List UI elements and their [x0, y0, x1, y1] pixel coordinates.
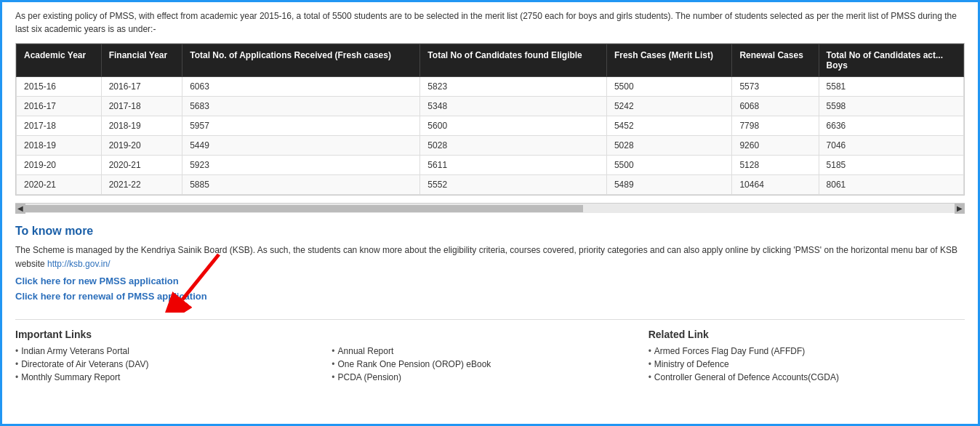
related-links-column: Related Link Armed Forces Flag Day Fund … [648, 329, 965, 385]
table-cell: 7046 [819, 136, 963, 156]
table-cell: 10464 [732, 175, 819, 195]
table-cell: 5923 [182, 156, 420, 175]
table-cell: 5242 [606, 97, 732, 116]
to-know-more-heading: To know more [15, 225, 965, 238]
ksb-website-link[interactable]: http://ksb.gov.in/ [47, 259, 111, 269]
table-cell: 5957 [182, 116, 420, 136]
renewal-pmss-application-link[interactable]: Click here for renewal of PMSS applicati… [15, 291, 207, 302]
table-cell: 5611 [420, 156, 607, 175]
table-cell: 5573 [732, 77, 819, 97]
important-links-heading: Important Links [15, 329, 332, 340]
list-item[interactable]: One Rank One Pension (OROP) eBook [332, 359, 648, 369]
table-cell: 2017-18 [101, 97, 182, 116]
table-cell: 9260 [732, 136, 819, 156]
table-cell: 5598 [819, 97, 963, 116]
new-pmss-application-link[interactable]: Click here for new PMSS application [15, 276, 965, 286]
table-cell: 5489 [606, 175, 732, 195]
list-item[interactable]: Annual Report [332, 346, 648, 356]
important-links-list: Indian Army Veterans PortalDirectorate o… [15, 346, 332, 382]
table-cell: 5348 [420, 97, 607, 116]
col-fresh-cases: Fresh Cases (Merit List) [606, 44, 732, 77]
table-row: 2020-212021-22588555525489104648061 [17, 175, 964, 195]
col-renewal-cases: Renewal Cases [732, 44, 819, 77]
col-applications-received: Total No. of Applications Received (Fres… [182, 44, 420, 77]
col-financial-year: Financial Year [101, 44, 182, 77]
important-links-column: Important Links Indian Army Veterans Por… [15, 329, 332, 385]
related-links-heading: Related Link [648, 329, 965, 340]
scroll-right-button[interactable]: ▶ [955, 204, 965, 214]
more-links-column: Annual ReportOne Rank One Pension (OROP)… [332, 329, 648, 385]
table-cell: 5449 [182, 136, 420, 156]
table-row: 2015-162016-1760635823550055735581 [17, 77, 964, 97]
table-cell: 2018-19 [17, 136, 102, 156]
list-item[interactable]: Controller General of Defence Accounts(C… [648, 372, 965, 382]
table-cell: 5452 [606, 116, 732, 136]
table-cell: 2019-20 [17, 156, 102, 175]
list-item[interactable]: Directorate of Air Veterans (DAV) [15, 359, 332, 369]
table-cell: 2021-22 [101, 175, 182, 195]
table-row: 2019-202020-2159235611550051285185 [17, 156, 964, 175]
table-cell: 5581 [819, 77, 963, 97]
scroll-left-button[interactable]: ◀ [15, 204, 25, 214]
table-cell: 5185 [819, 156, 963, 175]
table-row: 2016-172017-1856835348524260685598 [17, 97, 964, 116]
intro-paragraph: As per existing policy of PMSS, with eff… [15, 9, 965, 36]
list-item[interactable]: PCDA (Pension) [332, 372, 648, 382]
pmss-data-table: Academic Year Financial Year Total No. o… [16, 44, 964, 195]
list-item[interactable]: Armed Forces Flag Day Fund (AFFDF) [648, 346, 965, 356]
table-cell: 5600 [420, 116, 607, 136]
col-total-candidates: Total No of Candidates act...Boys [819, 44, 963, 77]
scroll-thumb[interactable] [25, 205, 583, 212]
table-cell: 2018-19 [101, 116, 182, 136]
table-cell: 5128 [732, 156, 819, 175]
col-candidates-eligible: Total No of Candidates found Eligible [420, 44, 607, 77]
to-know-more-paragraph: The Scheme is managed by the Kendriya Sa… [15, 244, 965, 271]
table-cell: 5500 [606, 77, 732, 97]
list-item[interactable]: Indian Army Veterans Portal [15, 346, 332, 356]
table-cell: 5028 [420, 136, 607, 156]
scroll-track[interactable] [25, 205, 955, 212]
table-row: 2017-182018-1959575600545277986636 [17, 116, 964, 136]
table-cell: 2017-18 [17, 116, 102, 136]
table-cell: 2020-21 [17, 175, 102, 195]
data-table-container: Academic Year Financial Year Total No. o… [15, 43, 965, 196]
section-divider [15, 319, 965, 320]
table-cell: 2016-17 [101, 77, 182, 97]
table-cell: 5823 [420, 77, 607, 97]
table-row: 2018-192019-2054495028502892607046 [17, 136, 964, 156]
table-cell: 5028 [606, 136, 732, 156]
table-cell: 2019-20 [101, 136, 182, 156]
table-cell: 6636 [819, 116, 963, 136]
footer-links-section: Important Links Indian Army Veterans Por… [15, 329, 965, 385]
more-links-list: Annual ReportOne Rank One Pension (OROP)… [332, 346, 648, 382]
table-cell: 5552 [420, 175, 607, 195]
table-cell: 7798 [732, 116, 819, 136]
table-cell: 8061 [819, 175, 963, 195]
table-cell: 2015-16 [17, 77, 102, 97]
table-cell: 5885 [182, 175, 420, 195]
col-academic-year: Academic Year [17, 44, 102, 77]
to-know-more-section: To know more The Scheme is managed by th… [15, 225, 965, 306]
table-cell: 5500 [606, 156, 732, 175]
table-cell: 2016-17 [17, 97, 102, 116]
related-links-list: Armed Forces Flag Day Fund (AFFDF)Minist… [648, 346, 965, 382]
table-cell: 2020-21 [101, 156, 182, 175]
horizontal-scrollbar[interactable]: ◀ ▶ [15, 203, 965, 213]
table-cell: 6068 [732, 97, 819, 116]
table-cell: 5683 [182, 97, 420, 116]
list-item[interactable]: Monthly Summary Report [15, 372, 332, 382]
table-cell: 6063 [182, 77, 420, 97]
list-item[interactable]: Ministry of Defence [648, 359, 965, 369]
